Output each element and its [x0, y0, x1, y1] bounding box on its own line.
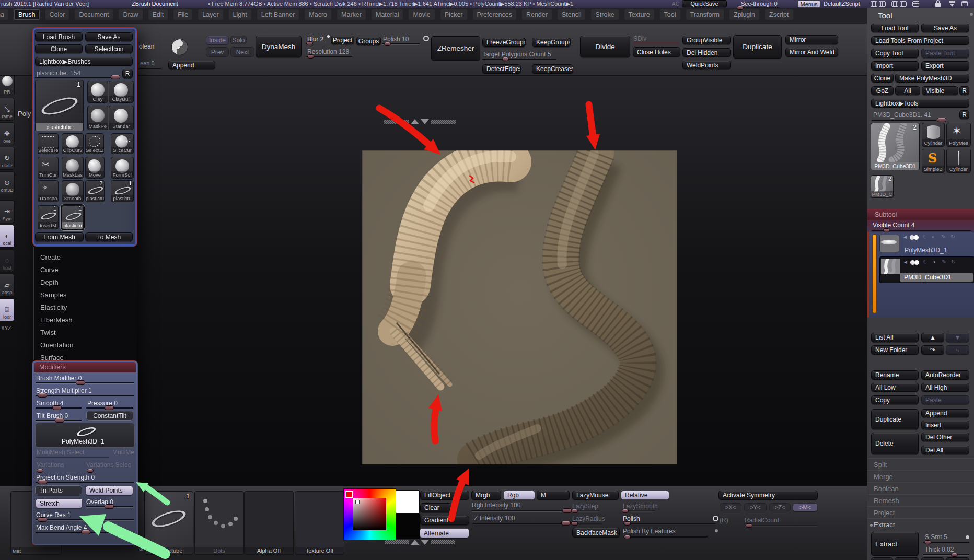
menu-draw[interactable]: Draw — [119, 9, 142, 20]
export-button[interactable]: Export — [921, 61, 969, 71]
visibility-eye-icon[interactable] — [910, 260, 915, 265]
m-button[interactable]: M — [537, 491, 570, 500]
alternate-button[interactable]: Alternate — [420, 528, 469, 538]
tool-select-handle[interactable] — [937, 118, 946, 122]
rgb-button[interactable]: Rgb — [503, 491, 535, 500]
solo-button[interactable]: Solo — [230, 36, 247, 44]
quicksave-button[interactable]: QuickSave — [682, 0, 727, 7]
tool-thumb-cylinder[interactable]: Cylinder — [922, 123, 945, 147]
shelf-local-button[interactable]: ◐ocal — [0, 225, 15, 248]
new-folder-button[interactable]: New Folder — [871, 345, 919, 355]
section-depth[interactable]: Depth — [40, 278, 59, 286]
modifiers-header[interactable]: Modifiers — [34, 362, 136, 372]
divider-down-icon2[interactable] — [421, 540, 429, 545]
bottom-tray-divider[interactable] — [385, 540, 455, 545]
color-picker[interactable] — [343, 488, 396, 540]
cropped-button-3[interactable] — [921, 557, 944, 560]
weld-points-button[interactable]: WeldPoints — [682, 61, 731, 69]
activate-symmetry-button[interactable]: Activate Symmetry — [718, 491, 818, 500]
shelf-move-button[interactable]: ✥ove — [0, 122, 15, 145]
s-smt-slider[interactable]: S Smt 5 — [925, 533, 947, 541]
divide-button[interactable]: Divide — [580, 36, 630, 57]
brush-save-as-button[interactable]: Save As — [85, 32, 133, 41]
brush-thumb-clipcurve[interactable]: ClipCurv — [62, 133, 84, 154]
section-create[interactable]: Create — [40, 253, 61, 261]
menu-edit[interactable]: Edit — [148, 9, 168, 20]
target-polygons-track[interactable] — [482, 59, 556, 60]
resolution-handle[interactable] — [307, 54, 314, 59]
secondary-color-swatch[interactable] — [396, 514, 421, 539]
tool-r-button[interactable]: R — [959, 86, 969, 95]
section-merge[interactable]: Merge — [867, 470, 974, 482]
brush-tile-plastictube[interactable]: 1 plastictube — [144, 491, 193, 555]
subtool-up-button[interactable]: ▲ — [921, 333, 944, 342]
menu-document[interactable]: Document — [75, 9, 113, 20]
brush-modifier-handle[interactable] — [76, 380, 85, 385]
stroke-tile-dots[interactable]: Dots — [194, 491, 244, 555]
xyz-label[interactable]: XYZ — [1, 325, 11, 331]
canvas-document[interactable] — [362, 150, 677, 464]
del-hidden-button[interactable]: Del Hidden — [682, 48, 731, 57]
thick-track[interactable] — [923, 554, 969, 555]
dock-left-icon[interactable] — [871, 1, 877, 7]
tool-thumb-small-history[interactable]: 2 PM3D_C — [871, 175, 894, 198]
polish-handle[interactable] — [384, 42, 391, 46]
brush-clone-button[interactable]: Clone — [35, 44, 83, 53]
see-through-handle[interactable] — [737, 6, 744, 10]
visible-button[interactable]: Visible — [922, 86, 958, 95]
cropped-button-1[interactable] — [871, 557, 893, 560]
keep-creases-button[interactable]: KeepCreases — [532, 64, 573, 74]
move-to-folder-button[interactable]: ↷ — [921, 345, 944, 355]
brush-thumb-claybuildup[interactable]: ClayBuil — [109, 81, 134, 103]
constant-tilt-button[interactable]: ConstantTilt — [86, 411, 133, 421]
section-split[interactable]: Split — [867, 458, 974, 470]
tray-left-icon[interactable] — [891, 1, 898, 7]
section-twist[interactable]: Twist — [40, 329, 56, 336]
z-intensity-track[interactable] — [473, 523, 562, 524]
shelf-lsym-button[interactable]: ⇥Sym — [0, 200, 15, 223]
brush-thumb-slicecurve[interactable]: SliceCur — [111, 133, 134, 154]
brush-thumb-maskpen[interactable]: MaskPe — [87, 106, 108, 130]
menu-light[interactable]: Light — [229, 9, 251, 20]
lightbox-tools-button[interactable]: Lightbox▶Tools — [871, 99, 969, 108]
boolean-button-fragment[interactable]: olean — [139, 43, 154, 50]
menu-preferences[interactable]: Preferences — [473, 9, 516, 20]
append-button[interactable]: Append — [168, 61, 215, 69]
menu-stencil[interactable]: Stencil — [558, 9, 586, 20]
curve-res-track[interactable] — [36, 519, 134, 520]
overlap-handle[interactable] — [105, 504, 114, 509]
menu-layer[interactable]: Layer — [198, 9, 223, 20]
brush-select-slider[interactable]: plastictube. 154 — [37, 69, 80, 77]
max-bend-angle-handle[interactable] — [81, 530, 90, 534]
all-button[interactable]: All — [895, 86, 920, 95]
subtool-scrollbar[interactable] — [872, 234, 877, 313]
tool-thumb-cylinder-thin[interactable]: Cylinder — [946, 149, 971, 173]
symmetry-m-button[interactable]: >M< — [793, 503, 818, 511]
texture-tile[interactable]: Texture Off — [295, 491, 344, 555]
divider-up-icon[interactable] — [411, 119, 419, 124]
visible-count-slider[interactable]: Visible Count 4 — [873, 221, 915, 229]
menu-zscript[interactable]: Zscript — [765, 9, 793, 20]
dock-right-icon[interactable] — [879, 1, 886, 7]
menu-file[interactable]: File — [173, 9, 192, 20]
visible-count-handle[interactable] — [883, 228, 890, 232]
load-brush-button[interactable]: Load Brush — [35, 32, 83, 41]
load-tool-button[interactable]: Load Tool — [871, 24, 919, 32]
all-high-button[interactable]: All High — [921, 383, 969, 392]
subtool-insert-button[interactable]: Insert — [921, 421, 969, 429]
tool-slider-r-button[interactable]: R — [959, 110, 969, 119]
s-smt-dot[interactable] — [966, 535, 969, 539]
prev-button[interactable]: Prev — [206, 47, 229, 57]
top-tray-divider[interactable] — [384, 119, 456, 124]
brush-thumb-standard[interactable]: Standar — [109, 106, 134, 130]
tool-thumb-simplebrush[interactable]: SSimpleB — [922, 149, 945, 173]
section-extract[interactable]: Extract — [867, 518, 974, 530]
lock-icon[interactable] — [935, 3, 941, 7]
shelf-rotate-button[interactable]: ↻otate — [0, 147, 15, 170]
current-brush-thumb[interactable]: 1 plastictube — [35, 80, 84, 131]
polish-track2[interactable] — [623, 523, 716, 524]
menu-macro[interactable]: Macro — [305, 9, 331, 20]
brush-thumb-plastictube-selected[interactable]: 1plastictu — [62, 205, 84, 229]
projection-strength-track[interactable] — [36, 482, 134, 483]
subtool-row-polymesh3d[interactable]: ◄ ☾ ◐ ✎ ↻ PolyMesh3D_1 — [879, 233, 973, 256]
